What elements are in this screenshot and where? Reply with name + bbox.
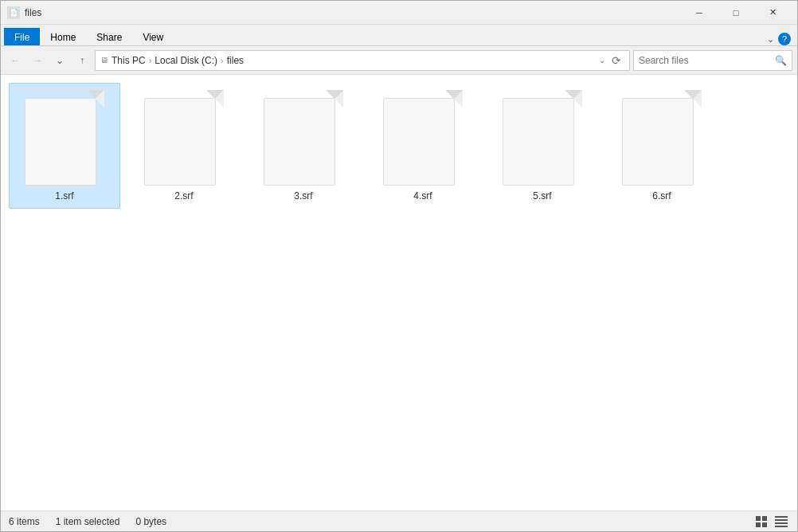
nav-bar: ← → ⌄ ↑ 🖥 This PC › Local Disk (C:) › fi… <box>1 46 797 75</box>
file-item[interactable]: 5.srf <box>487 83 598 209</box>
maximize-button[interactable]: □ <box>718 1 754 25</box>
file-corner <box>630 90 702 178</box>
breadcrumb-separator-2: › <box>221 56 224 65</box>
file-item[interactable]: 2.srf <box>128 83 240 209</box>
svg-rect-7 <box>775 526 788 527</box>
file-corner <box>272 90 343 178</box>
file-icon <box>622 90 702 186</box>
refresh-button[interactable]: ⟳ <box>608 54 624 67</box>
file-icon <box>264 90 343 186</box>
ribbon: File Home Share View ⌄ ? <box>1 25 797 46</box>
svg-rect-3 <box>762 522 767 527</box>
file-label: 5.srf <box>533 190 551 201</box>
breadcrumb-icon: 🖥 <box>100 56 108 65</box>
file-label: 4.srf <box>413 190 432 201</box>
file-item[interactable]: 4.srf <box>367 83 479 209</box>
address-dropdown-button[interactable]: ⌄ <box>599 56 605 65</box>
file-label: 6.srf <box>652 190 671 201</box>
tab-file[interactable]: File <box>4 28 40 45</box>
file-icon <box>503 90 582 186</box>
item-count: 6 items <box>9 516 40 527</box>
svg-rect-0 <box>756 516 761 521</box>
window-controls: ─ □ ✕ <box>681 1 791 25</box>
breadcrumb-segment-files: files <box>227 55 244 66</box>
file-item[interactable]: 1.srf <box>9 83 120 209</box>
svg-rect-4 <box>775 516 788 518</box>
title-bar: 📄 files ─ □ ✕ <box>1 1 797 25</box>
size-info: 0 bytes <box>135 516 166 527</box>
large-icons-view-button[interactable] <box>754 514 770 530</box>
file-label: 2.srf <box>174 190 193 201</box>
selection-info: 1 item selected <box>56 516 120 527</box>
title-bar-icons: 📄 <box>7 6 20 19</box>
tab-share[interactable]: Share <box>86 28 132 45</box>
view-controls <box>754 514 789 530</box>
svg-rect-6 <box>775 522 788 524</box>
main-content: 1.srf 2.srf 3.srf 4.srf 5.sr <box>1 75 797 510</box>
window-title: files <box>25 7 676 18</box>
file-label: 3.srf <box>294 190 312 201</box>
breadcrumb-segment-this-pc: This PC <box>111 55 146 66</box>
tab-view[interactable]: View <box>132 28 174 45</box>
back-button[interactable]: ← <box>6 51 25 70</box>
search-input[interactable] <box>639 55 772 66</box>
file-icon <box>383 90 463 186</box>
file-label: 1.srf <box>55 190 73 201</box>
close-button[interactable]: ✕ <box>754 1 791 25</box>
window-icon: 📄 <box>7 6 20 19</box>
file-corner <box>510 90 582 178</box>
file-corner <box>391 90 463 178</box>
minimize-button[interactable]: ─ <box>681 1 718 25</box>
ribbon-tabs: File Home Share View ⌄ ? <box>1 25 797 45</box>
file-item[interactable]: 6.srf <box>606 83 718 209</box>
details-view-button[interactable] <box>773 514 789 530</box>
forward-button[interactable]: → <box>28 51 47 70</box>
svg-rect-2 <box>756 522 761 527</box>
breadcrumb-segment-local-disk: Local Disk (C:) <box>155 55 217 66</box>
tab-home[interactable]: Home <box>40 28 86 45</box>
svg-rect-5 <box>775 519 788 521</box>
address-bar[interactable]: 🖥 This PC › Local Disk (C:) › files ⌄ ⟳ <box>95 50 630 71</box>
search-box[interactable]: 🔍 <box>633 50 792 71</box>
help-button[interactable]: ? <box>778 33 791 45</box>
search-icon[interactable]: 🔍 <box>775 55 787 66</box>
breadcrumb-separator-1: › <box>149 56 152 65</box>
svg-rect-1 <box>762 516 767 521</box>
file-icon <box>144 90 224 186</box>
file-corner <box>152 90 224 178</box>
up-button[interactable]: ↑ <box>72 51 92 70</box>
file-icon <box>25 90 104 186</box>
file-item[interactable]: 3.srf <box>248 83 359 209</box>
recent-locations-button[interactable]: ⌄ <box>50 51 69 70</box>
file-corner <box>33 90 104 178</box>
status-bar: 6 items 1 item selected 0 bytes <box>1 510 797 531</box>
ribbon-expand-button[interactable]: ⌄ <box>764 33 776 45</box>
